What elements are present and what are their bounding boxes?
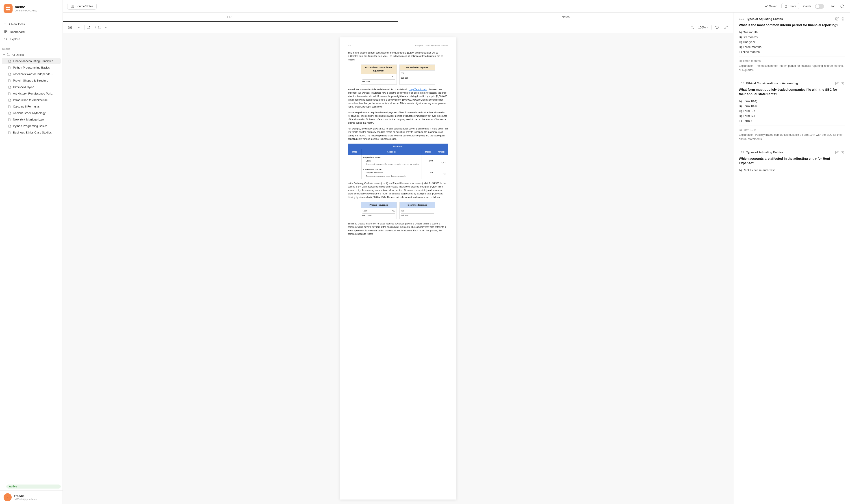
fullscreen-icon xyxy=(724,25,728,29)
zoom-chevron-icon xyxy=(707,26,709,29)
deck-item-python-basics[interactable]: Python Programing Basics xyxy=(2,123,61,129)
card-header-1: p.10 Types of Adjusting Entries xyxy=(739,17,845,21)
user-name: Freddie xyxy=(14,494,37,498)
document-icon xyxy=(8,111,11,115)
card-option-1-a: A) One month xyxy=(739,31,845,34)
card-question-1: What is the most common interim period f… xyxy=(739,23,845,27)
pdf-content[interactable]: 220 Chapter 4 The Adjustment Process Thi… xyxy=(63,33,733,504)
source-notes-label: Source/Notes xyxy=(75,4,93,8)
edit-icon-2[interactable] xyxy=(835,82,839,85)
page-input[interactable] xyxy=(84,25,93,30)
sidebar-item-explore[interactable]: Explore xyxy=(2,35,61,42)
card-option-2-e: E) Form 4 xyxy=(739,119,845,123)
content-area: PDF Notes / 21 100% xyxy=(63,13,850,504)
share-label: Share xyxy=(788,4,796,8)
card-explanation-2: Explanation: Publicly traded companies m… xyxy=(739,133,845,141)
cards-tutor-toggle[interactable] xyxy=(815,4,824,9)
svg-rect-3 xyxy=(8,9,10,10)
refresh-icon xyxy=(840,4,844,8)
pdf-panel: PDF Notes / 21 100% xyxy=(63,13,733,504)
sidebar-item-dashboard[interactable]: Dashboard xyxy=(2,28,61,35)
deck-item-financial-accounting[interactable]: Financial Accounting Principles xyxy=(2,58,61,64)
rotate-button[interactable] xyxy=(713,24,721,31)
deck-item-americas-war[interactable]: America's War for Independe... xyxy=(2,71,61,77)
deck-list: Financial Accounting Principles Python P… xyxy=(0,58,63,485)
svg-line-9 xyxy=(6,40,7,40)
card-topic-3: Types of Adjusting Entries xyxy=(746,150,833,154)
cards-panel: p.10 Types of Adjusting Entries What is … xyxy=(733,13,850,504)
deck-item-citric-acid[interactable]: Citric Acid Cycle xyxy=(2,84,61,90)
card-topic-2: Ethical Considerations in Accounting xyxy=(746,82,833,85)
refresh-button[interactable] xyxy=(839,3,846,10)
svg-rect-1 xyxy=(8,7,10,8)
camera-button[interactable] xyxy=(66,24,73,31)
tab-notes[interactable]: Notes xyxy=(398,13,733,22)
topbar-right: Saved Share Cards Tutor xyxy=(765,3,846,10)
deck-item-architecture[interactable]: Introduction to Architecture xyxy=(2,97,61,103)
tab-pdf[interactable]: PDF xyxy=(63,13,398,22)
card-topic-1: Types of Adjusting Entries xyxy=(746,17,833,21)
pdf-chapter-title: Chapter 4 The Adjustment Process xyxy=(415,44,448,48)
edit-icon-1[interactable] xyxy=(835,17,839,21)
deck-item-python-programming[interactable]: Python Programming Basics xyxy=(2,64,61,71)
document-icon xyxy=(8,73,11,76)
chevron-up-icon xyxy=(104,25,108,29)
card-question-2: What form must publicly traded companies… xyxy=(739,87,845,96)
delete-icon-3[interactable] xyxy=(841,150,845,154)
dashboard-label: Dashboard xyxy=(10,30,25,34)
document-icon xyxy=(8,131,11,134)
card-header-3: p.21 Types of Adjusting Entries xyxy=(739,150,845,154)
pdf-para-1: You will learn more about depreciation a… xyxy=(348,88,448,109)
all-decks-label: All Decks xyxy=(12,53,24,56)
new-deck-button[interactable]: + + New Deck xyxy=(2,20,61,28)
svg-line-21 xyxy=(693,28,694,29)
delete-icon-2[interactable] xyxy=(841,82,845,85)
deck-label-11: Business Ethics Case Studies xyxy=(13,131,52,134)
check-icon xyxy=(765,5,768,8)
zoom-dropdown[interactable]: 100% xyxy=(696,25,712,30)
page-up-button[interactable] xyxy=(103,24,110,31)
pdf-page-number: 220 xyxy=(348,44,351,48)
source-notes-button[interactable]: Source/Notes xyxy=(67,3,97,10)
topbar-left: Source/Notes xyxy=(67,3,97,10)
all-decks-item[interactable]: All Decks xyxy=(0,52,63,58)
active-badge: Active xyxy=(6,485,61,488)
ledger2-box-insurance-exp: Insurance Expense 750 Bal. 750 xyxy=(399,202,435,219)
new-deck-label: + New Deck xyxy=(9,22,25,26)
dropdown-button[interactable] xyxy=(75,24,83,31)
user-email: pdf2anki@gmail.com xyxy=(14,498,37,500)
saved-button[interactable]: Saved xyxy=(765,4,777,8)
card-item-2: p.10 Ethical Considerations in Accountin… xyxy=(733,77,850,146)
chevron-down-icon xyxy=(77,25,81,29)
delete-icon-1[interactable] xyxy=(841,17,845,21)
pdf-para-5: Similar to prepaid insurance, rent also … xyxy=(348,222,448,236)
chevron-down-icon xyxy=(2,53,5,56)
logo-icon xyxy=(4,4,13,13)
svg-rect-18 xyxy=(785,6,787,7)
deck-item-calculus[interactable]: Calculus II Formulas xyxy=(2,103,61,110)
dashboard-icon xyxy=(4,30,7,34)
deck-item-greek-mythology[interactable]: Ancient Greek Mythology xyxy=(2,110,61,116)
main-area: Source/Notes Saved Share Cards Tutor xyxy=(63,0,850,504)
card-answer-2: B) Form 10-K xyxy=(739,128,845,131)
fullscreen-button[interactable] xyxy=(723,24,730,31)
app-name: memo xyxy=(15,5,37,9)
deck-item-protein[interactable]: Protein Shapes & Structure xyxy=(2,77,61,84)
logo-area: memo (formerly PDF2Anki) xyxy=(0,0,63,17)
ledger2-box-prepaid: Prepaid Insurance 4,500750 Bal. 3,750 xyxy=(361,202,397,219)
share-button[interactable]: Share xyxy=(781,3,799,9)
deck-item-business-ethics[interactable]: Business Ethics Case Studies xyxy=(2,129,61,136)
deck-label-3: Protein Shapes & Structure xyxy=(13,79,48,82)
pdf-para-3: For example, a company pays $4,500 for a… xyxy=(348,127,448,141)
document-icon xyxy=(8,118,11,121)
ledger-box-depreciation: Depreciation Expense 500 Bal. 500 xyxy=(399,65,435,85)
user-info: Freddie pdf2anki@gmail.com xyxy=(14,494,37,500)
deck-label-4: Citric Acid Cycle xyxy=(13,85,34,89)
pdf-para-2: Insurance policies can require advanced … xyxy=(348,111,448,125)
sidebar-nav: + + New Deck Dashboard Explore xyxy=(0,17,63,45)
edit-icon-3[interactable] xyxy=(835,150,839,154)
saved-label: Saved xyxy=(769,4,777,8)
deck-item-art-history[interactable]: Art History: Renaissance Peri... xyxy=(2,90,61,97)
deck-item-ny-marriage[interactable]: New York Marriage Law xyxy=(2,116,61,123)
rotate-icon xyxy=(715,25,719,29)
